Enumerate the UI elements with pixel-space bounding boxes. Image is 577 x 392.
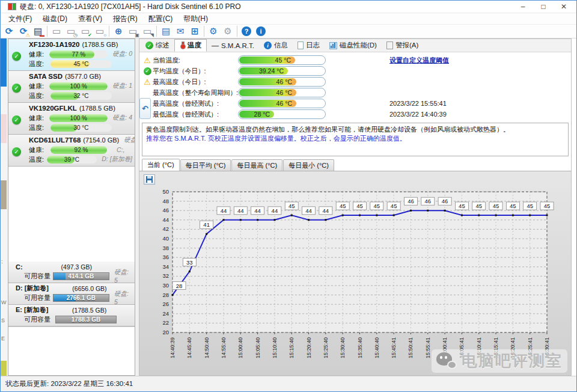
health-bar-value: 77 % bbox=[49, 51, 108, 58]
tab-日志[interactable]: 日志 bbox=[293, 39, 325, 52]
refresh-warning-icon[interactable]: ⟳⚠ bbox=[16, 25, 31, 38]
disk-monitor-icon[interactable]: ▭▣ bbox=[126, 25, 140, 38]
partition-entry-2[interactable]: E: [新加卷](1788.5 GB) 可用容量1788.3 GB bbox=[8, 305, 135, 326]
disk-schedule-icon[interactable]: ▭◷ bbox=[64, 25, 78, 38]
log-icon[interactable]: ▤ bbox=[159, 25, 173, 38]
capacity-value: 2766.1 GB bbox=[53, 295, 109, 302]
capacity-value: 414.1 GB bbox=[53, 273, 109, 280]
help-icon-glyph: ? bbox=[242, 26, 251, 36]
capacity-label: 可用容量 bbox=[24, 272, 53, 281]
edge-strip-segment-2 bbox=[1, 180, 7, 209]
svg-text:44: 44 bbox=[323, 207, 329, 214]
reset-temperature-button[interactable]: ↶ bbox=[139, 98, 151, 119]
warning-glyph: ⚠ bbox=[144, 78, 151, 87]
svg-text:45: 45 bbox=[544, 203, 551, 209]
temp-value-text: 45 °C bbox=[275, 56, 291, 65]
disk-icon[interactable]: ▭ bbox=[49, 25, 64, 38]
settings-gear-icon[interactable]: ⚙ bbox=[206, 25, 221, 38]
disk-entry-0[interactable]: ✓XF1230-1A1920(1788.5 GB)健康:77 %硬盘: 0温度:… bbox=[8, 39, 135, 71]
partition-title: E: [新加卷](1788.5 GB) bbox=[16, 305, 132, 314]
svg-text:34: 34 bbox=[162, 263, 169, 270]
disk-ok-icon[interactable]: ▭✔ bbox=[78, 25, 93, 38]
info-icon[interactable]: i bbox=[254, 25, 268, 38]
tab-label: 磁盘性能(D) bbox=[340, 41, 377, 50]
tab-综述[interactable]: ✓综述 bbox=[141, 39, 174, 52]
disk-name: SATA SSD bbox=[29, 73, 63, 80]
network-disk-icon-glyph: ⊕ bbox=[115, 26, 123, 37]
temp-bar-value: 30 °C bbox=[50, 124, 112, 132]
svg-text:32: 32 bbox=[162, 272, 169, 279]
close-button[interactable]: ✕ bbox=[554, 1, 574, 13]
details-card-icon[interactable]: ▤▬ bbox=[31, 25, 45, 38]
tab-[interactable]: —S.M.A.R.T. bbox=[207, 39, 259, 52]
help-icon[interactable]: ? bbox=[239, 25, 254, 38]
svg-text:36: 36 bbox=[162, 254, 169, 260]
chart-tab-1[interactable]: 每日平均 (°C) bbox=[180, 159, 231, 171]
partition-list: C:(497.3 GB) 可用容量414.1 GB硬盘: 5D: [新加卷](6… bbox=[8, 262, 135, 326]
settings-gear-icon-glyph: ⚙ bbox=[209, 26, 217, 37]
disk-search-icon[interactable]: ▭○ bbox=[93, 25, 107, 38]
svg-text:15:10:40: 15:10:40 bbox=[272, 337, 278, 358]
sound-settings-icon[interactable]: ⚙ bbox=[221, 25, 235, 38]
disk-entry-3[interactable]: ✓KCD61LUL7T68(7154.0 GB)硬盘: 5健康:92 %C:,温… bbox=[8, 135, 135, 167]
info-icon-glyph: i bbox=[256, 26, 266, 36]
edge-strip-letter-0: : bbox=[1, 259, 3, 265]
floppy-icon bbox=[146, 176, 153, 183]
disk-ref-label: 硬盘: 5 bbox=[114, 268, 132, 284]
overview-ok-icon: ✓ bbox=[145, 41, 153, 49]
tab-磁盘性能[interactable]: 磁盘性能(D) bbox=[325, 39, 382, 52]
message-link-line[interactable]: 推荐您在 S.M.A.R.T. 页校正温度并设置温度偏移量。校正之后，会显示的正… bbox=[146, 134, 564, 143]
svg-text:14:55:40: 14:55:40 bbox=[221, 337, 227, 358]
menu-item-4[interactable]: 配置(C) bbox=[143, 13, 179, 25]
mail-icon[interactable]: ✉ bbox=[173, 25, 188, 38]
window-title: 硬盘: 0, XF1230-1A1920 [7CX01AH5] - Hard D… bbox=[20, 2, 241, 12]
disk-entry-2[interactable]: ✓VK1920GFLKL(1788.5 GB)健康:100 %硬盘: 4温度:3… bbox=[8, 103, 135, 135]
partition-entry-0[interactable]: C:(497.3 GB) 可用容量414.1 GB硬盘: 5 bbox=[8, 262, 135, 283]
menu-item-5[interactable]: 帮助(H) bbox=[178, 13, 213, 25]
temp-row-5: 最低温度（曾经测试）:28 °C2023/3/22 14:40:39 bbox=[142, 109, 569, 120]
temp-value-bar: 39.24 °C bbox=[238, 66, 326, 76]
chart-tab-bar: 当前 (°C)每日平均 (°C)每日最高 (°C)每日最小 (°C) bbox=[139, 159, 571, 171]
network-pc-icon[interactable]: ⊞ bbox=[188, 25, 202, 38]
disk-health-row: 健康:100 %硬盘: 4 bbox=[29, 113, 132, 123]
tab-温度[interactable]: 温度 bbox=[174, 39, 207, 52]
menu-item-3[interactable]: 报告(R) bbox=[108, 13, 143, 25]
disk-ref-label: 硬盘: 4 bbox=[112, 114, 132, 122]
menu-item-2[interactable]: 查看(V) bbox=[73, 13, 108, 25]
save-chart-button[interactable] bbox=[144, 174, 155, 185]
svg-text:46: 46 bbox=[442, 198, 448, 204]
menu-bar: 文件(F)磁盘(D)查看(V)报告(R)配置(C)帮助(H) bbox=[1, 13, 576, 25]
menu-item-0[interactable]: 文件(F) bbox=[3, 13, 37, 25]
tab-警报[interactable]: 警报(A) bbox=[382, 39, 423, 52]
refresh-icon[interactable]: ⟳ bbox=[2, 25, 16, 38]
temp-label: 温度: bbox=[29, 91, 50, 100]
tab-信息[interactable]: i信息 bbox=[259, 39, 293, 52]
temp-value-bar: 46 °C bbox=[238, 99, 326, 108]
network-disk-icon[interactable]: ⊕ bbox=[111, 25, 126, 38]
log-icon-glyph: ▤ bbox=[162, 26, 170, 37]
menu-item-1[interactable]: 磁盘(D) bbox=[37, 13, 73, 25]
set-custom-threshold-link[interactable]: 设置自定义温度阈值 bbox=[389, 56, 449, 65]
partition-capacity-row: 可用容量2766.1 GB硬盘: 5 bbox=[24, 293, 132, 302]
temp-row-1: ✓平均温度（今日）:39.24 °C bbox=[142, 66, 569, 76]
temp-row-4: 最高温度（曾经测试）:46 °C2023/3/22 15:55:41 bbox=[142, 98, 569, 109]
disk-icon-glyph: ▭ bbox=[52, 26, 61, 37]
partition-entry-1[interactable]: D: [新加卷](6656.0 GB) 可用容量2766.1 GB硬盘: 5 bbox=[8, 283, 135, 305]
svg-text:46: 46 bbox=[408, 198, 414, 204]
svg-text:44: 44 bbox=[272, 207, 278, 214]
temp-bar-value: 32 °C bbox=[50, 92, 112, 100]
temp-value-text: 46 °C bbox=[276, 88, 292, 97]
temp-row-label: 最高温度（整个寿命周期间）: bbox=[153, 88, 238, 97]
temp-timestamp: 2023/3/22 14:40:39 bbox=[389, 111, 447, 118]
minimize-button[interactable]: – bbox=[513, 1, 533, 13]
disk-health-row: 健康:92 %C:, bbox=[29, 145, 132, 155]
disk-eject-icon[interactable]: ▭◥ bbox=[140, 25, 154, 38]
maximize-button[interactable]: □ bbox=[533, 1, 554, 13]
chart-tab-2[interactable]: 每日最高 (°C) bbox=[231, 159, 282, 171]
disk-entry-1[interactable]: ✓SATA SSD(3577.0 GB)健康:100 %硬盘: 1温度:32 °… bbox=[8, 71, 135, 103]
app-icon bbox=[8, 3, 16, 10]
chart-tab-3[interactable]: 每日最小 (°C) bbox=[283, 159, 334, 171]
alert-page-icon bbox=[386, 41, 393, 49]
chart-tab-0[interactable]: 当前 (°C) bbox=[142, 159, 180, 171]
disk-schedule-icon-badge: ◷ bbox=[73, 32, 78, 38]
